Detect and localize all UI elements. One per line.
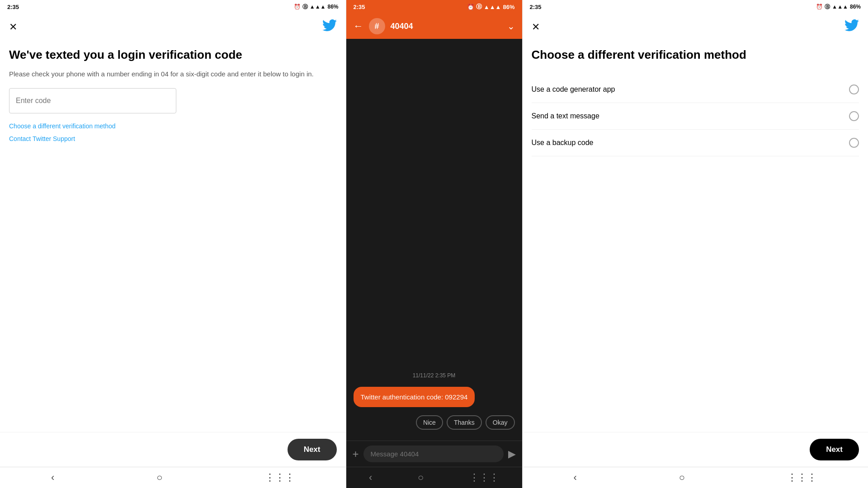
sms-battery: 86% [503,4,514,10]
home-nav-p3[interactable]: ○ [679,472,685,483]
status-bar-panel3: 2:35 ⏰ Ⓑ ▲▲▲ 86% [523,0,868,14]
quick-replies-bar: Nice Thanks Okay [354,412,515,433]
sms-home-nav[interactable]: ○ [418,472,424,483]
panel1-subtitle: Please check your phone with a number en… [9,69,337,80]
sms-chevron-icon[interactable]: ⌄ [507,21,515,32]
sms-status-icons: ⏰ Ⓑ ▲▲▲ 86% [467,3,515,11]
panel1-title: We've texted you a login verification co… [9,47,337,63]
top-nav-p1: ✕ [0,14,346,40]
panel3-content: Choose a different verification method U… [523,40,868,432]
quick-reply-thanks[interactable]: Thanks [447,415,482,430]
sms-status-bar: 2:35 ⏰ Ⓑ ▲▲▲ 86% [346,0,522,14]
radio-text-message[interactable] [849,111,859,121]
battery-p3: 86% [850,4,861,10]
twitter-support-link[interactable]: Contact Twitter Support [9,135,337,142]
sms-input-bar: + ▶ [346,441,522,467]
choose-verification-panel: 2:35 ⏰ Ⓑ ▲▲▲ 86% ✕ Choose a different ve… [523,0,868,488]
sms-send-button[interactable]: ▶ [508,448,516,460]
sms-add-button[interactable]: + [353,448,359,460]
panel1-content: We've texted you a login verification co… [0,40,346,432]
quick-reply-okay[interactable]: Okay [486,415,515,430]
home-nav-p1[interactable]: ○ [156,472,162,483]
status-icons-p1: ⏰ Ⓑ ▲▲▲ 86% [294,3,339,11]
sms-signal-icon: ▲▲▲ [484,4,501,10]
next-button-p3[interactable]: Next [810,439,859,460]
sms-message-bubble: Twitter authentication code: 092294 [354,387,475,407]
signal-icon: ▲▲▲ [310,4,326,10]
code-input[interactable] [9,88,176,113]
sms-bluetooth-icon: Ⓑ [476,3,482,11]
status-time-p1: 2:35 [7,4,19,10]
sms-header: ← # 40404 ⌄ [346,14,522,39]
option-code-generator-label: Use a code generator app [532,85,615,94]
radio-code-generator[interactable] [849,84,859,94]
bluetooth-icon: Ⓑ [302,3,308,11]
sms-back-nav[interactable]: ‹ [369,472,372,483]
sms-back-button[interactable]: ← [354,20,363,32]
login-verification-panel: 2:35 ⏰ Ⓑ ▲▲▲ 86% ✕ We've texted you a lo… [0,0,346,488]
bottom-bar-p1: Next [0,432,346,467]
twitter-logo-p1 [322,18,337,36]
option-text-message-label: Send a text message [532,112,599,120]
sms-contact: 40404 [391,22,502,31]
battery-p1: 86% [327,4,338,10]
sms-timestamp: 11/11/22 2:35 PM [354,372,515,379]
sms-panel: 2:35 ⏰ Ⓑ ▲▲▲ 86% ← # 40404 ⌄ 11/11/22 2:… [346,0,523,488]
sms-menu-nav[interactable]: ⋮⋮⋮ [469,472,499,483]
menu-nav-p1[interactable]: ⋮⋮⋮ [265,472,295,483]
back-nav-p3[interactable]: ‹ [573,472,576,483]
sms-messages-area: 11/11/22 2:35 PM Twitter authentication … [346,39,522,441]
signal-icon-p3: ▲▲▲ [832,4,848,10]
close-button-p3[interactable]: ✕ [532,21,540,33]
option-code-generator[interactable]: Use a code generator app [532,76,859,103]
radio-backup-code[interactable] [849,138,859,148]
top-nav-p3: ✕ [523,14,868,40]
menu-nav-p3[interactable]: ⋮⋮⋮ [787,472,817,483]
bottom-bar-p3: Next [523,432,868,467]
sms-avatar: # [369,18,385,34]
status-icons-p3: ⏰ Ⓑ ▲▲▲ 86% [816,3,861,11]
alarm-icon-p3: ⏰ [816,4,823,10]
sms-bottom-nav: ‹ ○ ⋮⋮⋮ [346,467,522,488]
panel3-title: Choose a different verification method [532,47,859,63]
back-nav-p1[interactable]: ‹ [51,472,54,483]
bottom-nav-p1: ‹ ○ ⋮⋮⋮ [0,467,346,488]
bottom-nav-p3: ‹ ○ ⋮⋮⋮ [523,467,868,488]
status-time-p3: 2:35 [530,4,542,10]
alarm-icon: ⏰ [294,4,301,10]
twitter-logo-p3 [844,18,859,36]
option-text-message[interactable]: Send a text message [532,103,859,130]
status-bar-panel1: 2:35 ⏰ Ⓑ ▲▲▲ 86% [0,0,346,14]
sms-status-time: 2:35 [354,4,365,10]
option-backup-code[interactable]: Use a backup code [532,130,859,156]
sms-alarm-icon: ⏰ [467,4,474,10]
sms-input[interactable] [363,446,504,462]
quick-reply-nice[interactable]: Nice [416,415,443,430]
bluetooth-icon-p3: Ⓑ [825,3,830,11]
option-backup-code-label: Use a backup code [532,139,594,147]
close-button-p1[interactable]: ✕ [9,21,17,33]
next-button-p1[interactable]: Next [288,439,337,460]
choose-verification-link[interactable]: Choose a different verification method [9,122,337,130]
